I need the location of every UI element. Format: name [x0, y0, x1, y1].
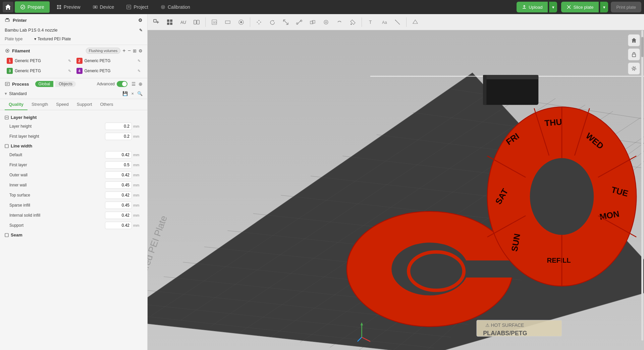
- svg-rect-3: [57, 7, 59, 9]
- internal-solid-infill-row: Internal solid infill mm: [0, 210, 147, 220]
- default-row: Default mm: [0, 150, 147, 160]
- support-row: Support mm: [0, 220, 147, 230]
- svg-rect-30: [194, 20, 196, 24]
- filament-edit-3[interactable]: ✎: [68, 69, 71, 73]
- tab-objects[interactable]: Objects: [55, 81, 76, 87]
- toolbar-support-paint[interactable]: [320, 16, 332, 28]
- toolbar-view-3d[interactable]: 3D: [208, 16, 220, 28]
- close-preset-icon[interactable]: ×: [131, 91, 134, 96]
- params-scroll[interactable]: Layer height Layer height mm First layer…: [0, 110, 147, 350]
- line-width-group[interactable]: Line width: [0, 141, 147, 150]
- default-input[interactable]: [105, 151, 132, 159]
- outer-wall-input[interactable]: [105, 171, 132, 179]
- tab-quality[interactable]: Quality: [5, 99, 28, 110]
- filament-add-icon[interactable]: +: [122, 48, 125, 54]
- filament-icon: [5, 48, 10, 53]
- tab-support[interactable]: Support: [73, 99, 96, 110]
- toolbar-text2[interactable]: Aa: [378, 16, 390, 28]
- chevron-down-icon-preset: ▾: [5, 91, 7, 96]
- filament-edit-2[interactable]: ✎: [138, 59, 141, 63]
- filament-edit-4[interactable]: ✎: [138, 69, 141, 73]
- seam-group[interactable]: Seam: [0, 230, 147, 239]
- toolbar-seam-paint[interactable]: [333, 16, 345, 28]
- toolbar-scale[interactable]: [280, 16, 292, 28]
- toolbar-cut[interactable]: [293, 16, 305, 28]
- inner-wall-input[interactable]: [105, 181, 132, 189]
- right-tool-lock[interactable]: [628, 48, 640, 60]
- layer-height-input[interactable]: [105, 123, 132, 130]
- filament-sync-icon[interactable]: ⊞: [133, 48, 137, 53]
- tab-speed[interactable]: Speed: [52, 99, 73, 110]
- toolbar-text[interactable]: T: [365, 16, 377, 28]
- toolbar-view-flat[interactable]: [222, 16, 234, 28]
- toolbar-mesh-boolean[interactable]: [307, 16, 319, 28]
- flushing-volumes-button[interactable]: Flushing volumes: [86, 48, 121, 54]
- process-list-icon[interactable]: ☰: [131, 81, 136, 87]
- right-tools: [628, 34, 640, 75]
- advanced-toggle[interactable]: [117, 81, 127, 87]
- top-surface-input[interactable]: [105, 191, 132, 199]
- right-tool-home[interactable]: [628, 34, 640, 46]
- toolbar-slice-preview[interactable]: [235, 16, 247, 28]
- process-section: Process Global Objects Advanced ☰ ⊕ ▾ St…: [0, 78, 147, 99]
- svg-point-16: [7, 50, 8, 51]
- toolbar-arrange-all[interactable]: [191, 16, 203, 28]
- tab-global[interactable]: Global: [35, 81, 54, 87]
- toolbar-move[interactable]: [253, 16, 265, 28]
- svg-marker-48: [413, 20, 418, 24]
- toolbar-preview-3d[interactable]: [409, 16, 421, 28]
- svg-line-47: [395, 20, 396, 21]
- nav-tab-calibration[interactable]: Calibration: [155, 1, 196, 13]
- internal-solid-infill-input[interactable]: [105, 212, 132, 219]
- toolbar-grid-view[interactable]: [164, 16, 176, 28]
- first-layer-height-input[interactable]: [105, 133, 132, 140]
- upload-button[interactable]: Upload: [517, 2, 548, 12]
- viewport-toolbar: AUTO 3D: [148, 14, 644, 30]
- toolbar-auto-arrange[interactable]: AUTO: [177, 16, 189, 28]
- print-plate-button[interactable]: Print plate: [611, 2, 641, 12]
- home-logo[interactable]: [3, 2, 13, 12]
- 3d-scene[interactable]: Bambu Textured PEI Plate: [148, 30, 644, 350]
- filament-item-1: 1 Generic PETG ✎: [5, 56, 73, 65]
- toolbar-sep-2: [250, 17, 250, 27]
- search-preset-icon[interactable]: 🔍: [137, 91, 143, 96]
- right-tool-settings[interactable]: [628, 62, 640, 75]
- line-width-icon: [5, 144, 9, 148]
- outer-wall-row: Outer wall mm: [0, 170, 147, 180]
- svg-rect-13: [6, 18, 9, 19]
- nav-tab-prepare[interactable]: Prepare: [15, 1, 50, 13]
- tab-strength[interactable]: Strength: [28, 99, 52, 110]
- toolbar-measure[interactable]: [391, 16, 404, 28]
- svg-rect-1: [57, 5, 59, 7]
- svg-text:T: T: [369, 19, 372, 25]
- upload-dropdown-button[interactable]: ▾: [549, 2, 557, 12]
- svg-rect-28: [170, 23, 172, 25]
- first-layer-input[interactable]: [105, 161, 132, 169]
- filament-grid: 1 Generic PETG ✎ 2 Generic PETG ✎ 3 Gene…: [0, 56, 147, 75]
- slice-dropdown-button[interactable]: ▾: [600, 2, 608, 12]
- save-preset-icon[interactable]: 💾: [122, 91, 128, 96]
- viewport-scrollbar[interactable]: [641, 30, 643, 341]
- filament-settings-icon[interactable]: ⚙: [139, 48, 143, 53]
- process-preset-row: ▾ Standard 💾 × 🔍: [0, 90, 147, 97]
- layer-height-group[interactable]: Layer height: [0, 113, 147, 121]
- filament-edit-1[interactable]: ✎: [68, 59, 71, 63]
- sparse-infill-input[interactable]: [105, 202, 132, 209]
- toolbar-rotate[interactable]: [266, 16, 278, 28]
- svg-rect-25: [167, 19, 169, 22]
- plate-type-select[interactable]: ▾ Textured PEI Plate: [34, 37, 71, 41]
- nav-tab-project[interactable]: Project: [121, 1, 154, 13]
- tab-others[interactable]: Others: [96, 99, 117, 110]
- nav-tab-preview[interactable]: Preview: [51, 1, 86, 13]
- support-input[interactable]: [105, 222, 132, 229]
- filament-remove-icon[interactable]: −: [128, 48, 131, 54]
- slice-plate-button[interactable]: Slice plate: [561, 2, 599, 12]
- nav-tab-device[interactable]: Device: [87, 1, 120, 13]
- printer-edit-icon[interactable]: ✎: [139, 28, 143, 33]
- printer-settings-icon[interactable]: ⚙: [138, 17, 143, 23]
- process-settings-icon[interactable]: ⊕: [139, 81, 143, 87]
- toolbar-color-paint[interactable]: [347, 16, 359, 28]
- toolbar-add-geometry[interactable]: [150, 16, 162, 28]
- toolbar-sep-3: [362, 17, 362, 27]
- top-surface-row: Top surface mm: [0, 190, 147, 200]
